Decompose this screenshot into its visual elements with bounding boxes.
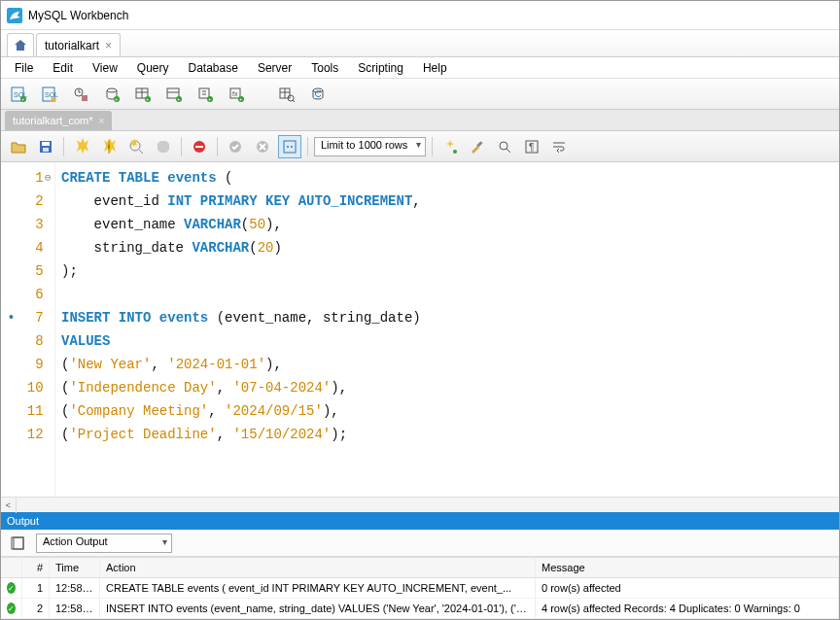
svg-rect-7 [82, 95, 88, 101]
doc-tab-label: tutorialkart [45, 39, 99, 52]
wrap-button[interactable] [547, 135, 571, 158]
limit-rows-combo[interactable]: Limit to 1000 rows [314, 137, 426, 156]
menu-edit[interactable]: Edit [43, 59, 83, 77]
close-icon[interactable]: × [99, 116, 105, 126]
reconnect-button[interactable] [306, 83, 330, 106]
menu-tools[interactable]: Tools [301, 59, 348, 77]
svg-rect-36 [284, 141, 296, 153]
svg-text:+: + [177, 96, 180, 102]
search-table-button[interactable] [275, 83, 298, 106]
scroll-left-icon[interactable]: < [1, 498, 17, 513]
svg-point-37 [287, 146, 289, 148]
close-icon[interactable]: × [105, 39, 112, 52]
db-add-button[interactable]: + [100, 83, 123, 106]
table-add-button[interactable]: + [131, 83, 155, 106]
toggle-whitespace-button[interactable] [278, 135, 301, 158]
svg-rect-30 [108, 145, 110, 149]
editor-tab[interactable]: tutorialkart_com* × [5, 111, 112, 130]
code-line[interactable]: ('Project Deadline', '15/10/2024'); [61, 423, 833, 446]
execute-button[interactable] [70, 135, 93, 158]
row-index: 1 [22, 578, 50, 598]
inspector-button[interactable] [69, 83, 92, 106]
new-sql-tab-button[interactable]: SQL+ [7, 83, 30, 106]
menu-database[interactable]: Database [179, 59, 248, 77]
col-action: Action [100, 558, 536, 577]
svg-point-39 [453, 150, 457, 154]
menu-help[interactable]: Help [413, 59, 457, 77]
limit-rows-label: Limit to 1000 rows [321, 139, 407, 151]
svg-text:+: + [21, 96, 24, 102]
brush-button[interactable] [466, 135, 489, 158]
toggle-invisible-button[interactable]: ¶ [520, 135, 543, 158]
toggle-autocommit-button[interactable] [188, 135, 211, 158]
col-time: Time [50, 558, 100, 577]
svg-text:+: + [208, 96, 211, 102]
app-title: MySQL Workbench [28, 9, 128, 22]
main-toolbar: SQL+ SQL + + + + fx+ [1, 79, 839, 110]
menubar: FileEditViewQueryDatabaseServerToolsScri… [1, 57, 839, 79]
svg-text:+: + [146, 96, 149, 102]
home-tab[interactable] [7, 33, 34, 56]
output-grid-header: # Time Action Message [1, 558, 839, 578]
output-view-icon[interactable] [7, 532, 30, 555]
row-message: 0 row(s) affected [536, 578, 839, 598]
col-message: Message [536, 558, 839, 577]
code-line[interactable]: ('Company Meeting', '2024/09/15'), [61, 399, 833, 423]
menu-scripting[interactable]: Scripting [348, 59, 413, 77]
titlebar: MySQL Workbench [1, 1, 839, 30]
editor-tab-label: tutorialkart_com* [13, 115, 93, 126]
execute-current-button[interactable] [97, 135, 121, 158]
svg-point-8 [107, 88, 117, 92]
func-add-button[interactable]: fx+ [225, 83, 248, 106]
output-type-label: Action Output [43, 535, 108, 547]
commit-button[interactable] [224, 135, 247, 158]
col-idx: # [22, 558, 50, 577]
svg-text:+: + [239, 96, 242, 102]
editor-hscrollbar[interactable]: < [1, 497, 839, 512]
menu-view[interactable]: View [83, 59, 127, 77]
code-line[interactable]: event_name VARCHAR(50), [61, 213, 833, 236]
code-line[interactable]: ('New Year', '2024-01-01'), [61, 353, 833, 376]
code-line[interactable]: string_date VARCHAR(20) [61, 236, 833, 259]
row-index: 2 [22, 599, 50, 618]
svg-rect-33 [195, 146, 203, 148]
sql-editor[interactable]: 1⊖23456•789101112 CREATE TABLE events ( … [1, 162, 839, 497]
find-button[interactable] [493, 135, 516, 158]
output-toolbar: Action Output [1, 530, 839, 557]
doc-tab-tutorialkart[interactable]: tutorialkart × [36, 33, 121, 56]
save-button[interactable] [34, 135, 57, 158]
menu-query[interactable]: Query [127, 59, 179, 77]
editor-code[interactable]: CREATE TABLE events ( event_id INT PRIMA… [55, 162, 839, 497]
menu-file[interactable]: File [5, 59, 43, 77]
row-action: INSERT INTO events (event_name, string_d… [100, 599, 536, 618]
output-type-combo[interactable]: Action Output [36, 534, 172, 553]
output-row[interactable]: ✓ 1 12:58:13 CREATE TABLE events ( event… [1, 578, 839, 599]
editor-gutter: 1⊖23456•789101112 [1, 162, 55, 497]
beautify-button[interactable] [438, 135, 462, 158]
code-line[interactable]: ('Independence Day', '07-04-2024'), [61, 376, 833, 399]
code-line[interactable]: ); [61, 259, 833, 283]
code-line[interactable]: INSERT INTO events (event_name, string_d… [61, 306, 833, 329]
view-add-button[interactable]: + [162, 83, 186, 106]
output-panel-header: Output [1, 512, 839, 530]
open-file-button[interactable] [7, 135, 30, 158]
row-time: 12:58:13 [50, 599, 100, 618]
output-row[interactable]: ✓ 2 12:58:13 INSERT INTO events (event_n… [1, 599, 839, 619]
svg-text:fx: fx [232, 90, 238, 97]
code-line[interactable]: VALUES [61, 329, 833, 353]
svg-rect-45 [14, 537, 23, 549]
output-panel-title: Output [7, 515, 39, 527]
stop-button[interactable] [152, 135, 175, 158]
explain-button[interactable] [124, 135, 148, 158]
proc-add-button[interactable]: + [193, 83, 217, 106]
code-line[interactable]: event_id INT PRIMARY KEY AUTO_INCREMENT, [61, 189, 833, 213]
row-time: 12:58:13 [50, 578, 100, 598]
code-line[interactable] [61, 283, 833, 306]
code-line[interactable]: CREATE TABLE events ( [61, 166, 833, 189]
output-grid: # Time Action Message ✓ 1 12:58:13 CREAT… [1, 557, 839, 619]
svg-rect-28 [42, 142, 50, 146]
sql-toolbar: Limit to 1000 rows ¶ [1, 131, 839, 162]
menu-server[interactable]: Server [248, 59, 301, 77]
open-sql-button[interactable]: SQL [38, 83, 61, 106]
rollback-button[interactable] [251, 135, 274, 158]
